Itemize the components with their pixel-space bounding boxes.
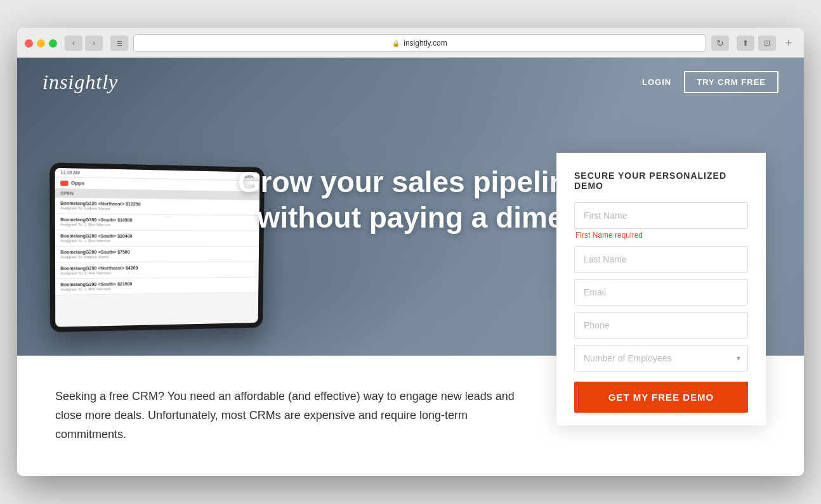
forward-button[interactable]: › <box>85 36 103 51</box>
last-name-input[interactable] <box>574 246 748 273</box>
left-content: Seeking a free CRM? You need an affordab… <box>17 356 556 475</box>
tablet-time: 11:18 AM <box>60 171 80 176</box>
browser-actions: ⬆ ⊡ <box>737 36 776 51</box>
last-name-field <box>574 246 748 273</box>
reload-button[interactable]: ↻ <box>711 36 729 51</box>
table-row: BoomelangG290 <South> $21900 Assigned To… <box>55 278 258 295</box>
body-text: Seeking a free CRM? You need an affordab… <box>55 387 518 444</box>
maximize-button[interactable] <box>49 39 57 48</box>
add-tab-icon[interactable]: + <box>781 36 796 51</box>
employees-field: Number of Employees 1-10 11-50 51-200 20… <box>574 345 748 372</box>
submit-button[interactable]: GET MY FREE DEMO <box>574 382 748 413</box>
row-sub: Assigned To: Antonio Roma <box>60 255 254 259</box>
address-bar[interactable]: 🔒 insightly.com <box>133 34 706 52</box>
row-title: BoomelangG200 <South> $7500 <box>60 250 254 254</box>
phone-input[interactable] <box>574 312 748 339</box>
url-text: insightly.com <box>404 39 447 48</box>
phone-field <box>574 312 748 339</box>
employees-select-wrapper: Number of Employees 1-10 11-50 51-200 20… <box>574 345 748 372</box>
tablet-header-icon <box>60 181 69 186</box>
new-tab-button[interactable]: ⊡ <box>758 36 776 51</box>
first-name-input[interactable] <box>574 202 748 229</box>
employees-select[interactable]: Number of Employees 1-10 11-50 51-200 20… <box>574 345 748 372</box>
row-sub: Assigned To: Z. Ann Harrison <box>60 270 254 275</box>
nav-right: LOGIN TRY CRM FREE <box>642 71 778 93</box>
demo-form-card: SECURE YOUR PERSONALIZED DEMO First Name… <box>556 153 766 425</box>
minimize-button[interactable] <box>37 39 45 48</box>
try-crm-button[interactable]: TRY CRM FREE <box>684 71 778 93</box>
reader-button[interactable]: ☰ <box>110 36 128 51</box>
back-button[interactable]: ‹ <box>65 36 82 51</box>
navbar: insightly LOGIN TRY CRM FREE <box>17 58 804 107</box>
email-input[interactable] <box>574 279 748 306</box>
browser-window: ‹ › ☰ 🔒 insightly.com ↻ ⬆ ⊡ + 11:18 AM 1… <box>17 28 804 475</box>
row-sub: Assigned To: J. Ron Harrison <box>60 286 253 292</box>
first-name-error: First Name required <box>575 231 748 240</box>
browser-chrome: ‹ › ☰ 🔒 insightly.com ↻ ⬆ ⊡ + <box>17 28 804 58</box>
page-content: 11:18 AM 100% Opps OPEN BoomelangG220 <N… <box>17 58 804 475</box>
traffic-lights <box>25 39 57 48</box>
tablet-header-text: Opps <box>71 180 84 186</box>
email-field <box>574 279 748 306</box>
first-name-field: First Name required <box>574 202 748 240</box>
lower-section: Seeking a free CRM? You need an affordab… <box>17 356 804 475</box>
row-sub: Assigned To: J. Ron Marcum <box>60 239 254 243</box>
close-button[interactable] <box>25 39 33 48</box>
table-row: BoomelangG200 <South> $7500 Assigned To:… <box>55 247 259 263</box>
share-button[interactable]: ⬆ <box>737 36 754 51</box>
login-button[interactable]: LOGIN <box>642 77 671 87</box>
nav-buttons: ‹ › <box>65 36 103 51</box>
logo[interactable]: insightly <box>43 70 118 94</box>
table-row: BoomelangG290 <Northeast> $4200 Assigned… <box>55 262 259 280</box>
lock-icon: 🔒 <box>392 40 400 47</box>
form-title: SECURE YOUR PERSONALIZED DEMO <box>574 171 748 191</box>
